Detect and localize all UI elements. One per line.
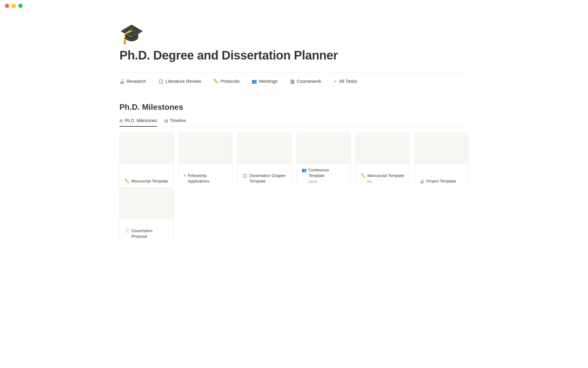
traffic-light-fullscreen[interactable] <box>18 4 23 8</box>
page-icon: 🎓 <box>119 24 469 44</box>
nav-tab-literature-review-label: Literature Review <box>165 79 201 84</box>
sub-tab-phd-milestones-label: Ph.D. Milestones <box>125 118 157 123</box>
card-dissertation-proposal[interactable]: 📄 Dissertation Proposal <box>119 188 174 243</box>
card-title-5: Manuscript Template <box>368 173 404 178</box>
card-footer-7: 📄 Dissertation Proposal <box>120 224 173 243</box>
card-title-row-2: ≡ Fellowship Applications <box>184 173 228 184</box>
nav-tab-all-tasks[interactable]: ✓ All Tasks <box>334 79 357 84</box>
sub-tab-phd-milestones[interactable]: ⊞ Ph.D. Milestones <box>119 118 157 127</box>
card-title-4: Conference Template <box>308 167 345 178</box>
timeline-icon: ▤ <box>164 118 168 123</box>
nav-tab-research-label: Research <box>126 79 146 84</box>
card-title-row-7: 📄 Dissertation Proposal <box>125 228 168 239</box>
card-conference-template[interactable]: 👥 Conference Template 100% <box>296 133 351 188</box>
sub-tab-timeline-label: Timeline <box>170 118 186 123</box>
card-title-row-4: 👥 Conference Template <box>302 167 345 178</box>
card-dissertation-chapter-template[interactable]: 📋 Dissertation Chapter Template <box>237 133 292 188</box>
card-icon-6: 🔬 <box>420 179 424 183</box>
literature-review-icon: 📋 <box>158 79 164 84</box>
card-footer-6: 🔬 Project Template <box>415 175 468 188</box>
titlebar <box>0 0 588 12</box>
card-meta-4: 100% <box>308 180 345 184</box>
card-preview-2 <box>179 133 232 164</box>
card-icon-1: ✏️ <box>125 179 130 183</box>
card-title-row-6: 🔬 Project Template <box>420 178 463 184</box>
cards-grid-row2: 📄 Dissertation Proposal <box>119 188 469 243</box>
nav-tab-protocols[interactable]: ✏️ Protocols <box>213 79 240 84</box>
all-tasks-icon: ✓ <box>334 79 337 84</box>
card-title-2: Fellowship Applications <box>188 173 227 184</box>
card-title-3: Dissertation Chapter Template <box>249 173 286 184</box>
card-preview-1 <box>120 133 173 164</box>
milestones-heading: Ph.D. Milestones <box>119 102 469 112</box>
card-title-6: Project Template <box>426 178 456 184</box>
traffic-light-close[interactable] <box>5 4 9 8</box>
phd-milestones-icon: ⊞ <box>119 118 123 123</box>
card-footer-1: ✏️ Manuscript Template <box>120 175 173 188</box>
nav-tab-coursework[interactable]: 🏛️ Coursework <box>290 79 321 84</box>
main-content: 🎓 Ph.D. Degree and Dissertation Planner … <box>95 12 493 268</box>
card-footer-3: 📋 Dissertation Chapter Template <box>238 169 291 188</box>
meetings-icon: 👥 <box>252 79 257 84</box>
card-meta-5: 0% <box>367 180 405 184</box>
card-fellowship-applications[interactable]: ≡ Fellowship Applications <box>179 133 233 188</box>
card-manuscript-template-1[interactable]: ✏️ Manuscript Template <box>119 133 174 188</box>
card-icon-5: ✏️ <box>361 173 366 178</box>
nav-tab-meetings[interactable]: 👥 Meetings <box>252 79 277 84</box>
card-preview-7 <box>120 188 173 219</box>
card-title-row-3: 📋 Dissertation Chapter Template <box>243 173 286 184</box>
card-title-row-1: ✏️ Manuscript Template <box>125 178 168 184</box>
card-icon-2: ≡ <box>184 173 186 178</box>
sub-tabs: ⊞ Ph.D. Milestones ▤ Timeline <box>119 118 469 127</box>
traffic-light-minimize[interactable] <box>12 4 16 8</box>
card-preview-6 <box>415 133 468 164</box>
card-preview-3 <box>238 133 291 164</box>
protocols-icon: ✏️ <box>213 79 219 84</box>
card-icon-3: 📋 <box>243 173 247 178</box>
card-manuscript-template-2[interactable]: ✏️ Manuscript Template 0% <box>356 133 410 188</box>
nav-tab-research[interactable]: 🔬 Research <box>119 79 146 84</box>
card-preview-5 <box>356 133 409 164</box>
cards-grid-row1: ✏️ Manuscript Template ≡ Fellowship Appl… <box>119 133 469 188</box>
coursework-icon: 🏛️ <box>290 79 295 84</box>
card-footer-2: ≡ Fellowship Applications <box>179 169 232 188</box>
card-footer-4: 👥 Conference Template 100% <box>297 164 350 188</box>
nav-tab-literature-review[interactable]: 📋 Literature Review <box>158 79 201 84</box>
nav-tabs: 🔬 Research 📋 Literature Review ✏️ Protoc… <box>119 72 469 90</box>
card-icon-4: 👥 <box>302 168 307 172</box>
research-icon: 🔬 <box>119 79 125 84</box>
card-icon-7: 📄 <box>125 228 130 233</box>
card-footer-5: ✏️ Manuscript Template 0% <box>356 169 409 188</box>
nav-tab-meetings-label: Meetings <box>259 79 277 84</box>
nav-tab-protocols-label: Protocols <box>221 79 240 84</box>
nav-tab-all-tasks-label: All Tasks <box>339 79 357 84</box>
card-preview-4 <box>297 133 350 164</box>
card-title-row-5: ✏️ Manuscript Template <box>361 173 405 178</box>
card-project-template[interactable]: 🔬 Project Template <box>414 133 469 188</box>
card-title-1: Manuscript Template <box>131 178 168 184</box>
card-title-7: Dissertation Proposal <box>131 228 168 239</box>
milestones-section: Ph.D. Milestones ⊞ Ph.D. Milestones ▤ Ti… <box>119 102 469 243</box>
sub-tab-timeline[interactable]: ▤ Timeline <box>164 118 186 127</box>
nav-tab-coursework-label: Coursework <box>297 79 321 84</box>
page-title: Ph.D. Degree and Dissertation Planner <box>119 48 469 62</box>
